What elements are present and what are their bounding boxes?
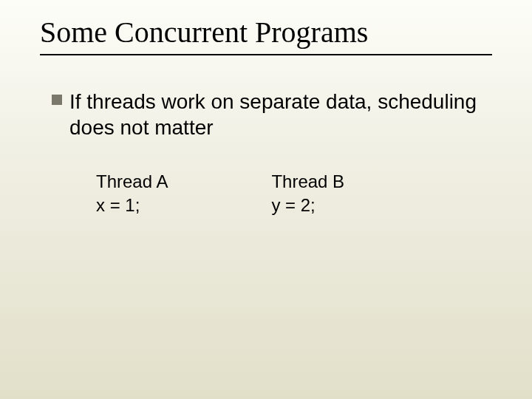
- thread-a-label: Thread A: [96, 170, 168, 194]
- slide-body: If threads work on separate data, schedu…: [52, 89, 492, 140]
- thread-a-block: Thread A x = 1;: [96, 170, 168, 218]
- slide: Some Concurrent Programs If threads work…: [0, 0, 532, 399]
- square-bullet-icon: [52, 95, 62, 105]
- slide-title: Some Concurrent Programs: [40, 15, 492, 54]
- title-block: Some Concurrent Programs: [40, 15, 492, 55]
- thread-b-label: Thread B: [271, 170, 344, 194]
- thread-a-code: x = 1;: [96, 194, 168, 217]
- thread-columns: Thread A x = 1; Thread B y = 2;: [96, 170, 344, 218]
- bullet-item: If threads work on separate data, schedu…: [52, 89, 492, 140]
- thread-b-block: Thread B y = 2;: [271, 170, 344, 218]
- title-underline: [40, 54, 492, 55]
- thread-b-code: y = 2;: [271, 194, 344, 217]
- bullet-text: If threads work on separate data, schedu…: [69, 89, 492, 140]
